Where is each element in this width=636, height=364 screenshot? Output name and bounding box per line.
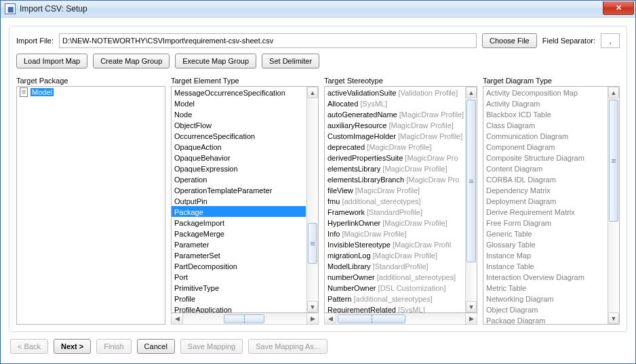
list-item[interactable]: Dependency Matrix [483,184,607,195]
list-item[interactable]: Operation [172,174,306,184]
scroll-down-icon[interactable]: ▼ [307,301,318,312]
list-item[interactable]: Metric Table [483,282,607,293]
save-mapping-button: Save Mapping [180,339,243,354]
horizontal-scrollbar[interactable]: ◀ ▶ [171,313,319,325]
list-item[interactable]: Parameter [172,239,306,249]
list-item[interactable]: Profile [172,293,306,304]
list-item[interactable]: CustomImageHolder [MagicDraw Profile] [325,130,464,141]
list-item[interactable]: HyperlinkOwner [MagicDraw Profile] [325,217,464,228]
list-item[interactable]: OpaqueExpression [172,163,306,174]
list-item[interactable]: OperationTemplateParameter [172,184,306,195]
cancel-button[interactable]: Cancel [137,339,175,354]
list-item[interactable]: ProfileApplication [172,304,306,312]
list-item[interactable]: Allocated [SysML] [325,98,464,108]
scroll-thumb[interactable] [224,315,264,323]
create-map-group-button[interactable]: Create Map Group [93,54,170,68]
import-file-input[interactable] [59,33,477,48]
list-item[interactable]: Instance Table [483,260,607,271]
list-item[interactable]: Info [MagicDraw Profile] [325,228,464,239]
target-element-type-list[interactable]: MessageOccurrenceSpecificationModelNodeO… [171,86,319,313]
list-item[interactable]: numberOwner [additional_stereotypes] [325,271,464,282]
list-item[interactable]: Pattern [additional_stereotypes] [325,293,464,304]
list-item[interactable]: Object Diagram [483,304,607,315]
vertical-scrollbar[interactable]: ▲ ▼ [306,87,318,312]
list-item[interactable]: Deployment Diagram [483,195,607,206]
list-item[interactable]: autoGeneratedName [MagicDraw Profile] [325,108,464,119]
list-item[interactable]: NumberOwner [DSL Customization] [325,282,464,293]
list-item[interactable]: Port [172,271,306,282]
list-item[interactable]: Communication Diagram [483,130,607,141]
choose-file-button[interactable]: Choose File [482,33,537,48]
list-item[interactable]: PackageMerge [172,228,306,239]
list-item[interactable]: PackageImport [172,217,306,228]
scroll-up-icon[interactable]: ▲ [466,87,477,98]
list-item[interactable]: ModelLibrary [StandardProfile] [325,260,464,271]
horizontal-scrollbar[interactable]: ◀ ▶ [324,313,477,325]
list-item[interactable]: fmu [additional_stereotypes] [325,195,464,206]
scroll-right-icon[interactable]: ▶ [465,314,477,324]
list-item[interactable]: Activity Decomposition Map [483,87,607,98]
list-item[interactable]: Framework [StandardProfile] [325,206,464,217]
list-item[interactable]: MessageOccurrenceSpecification [172,87,306,98]
scroll-up-icon[interactable]: ▲ [608,87,619,98]
list-item[interactable]: Generic Table [483,228,607,239]
list-item[interactable]: Free Form Diagram [483,217,607,228]
list-item[interactable]: elementsLibrary [MagicDraw Profile] [325,163,464,174]
scroll-left-icon[interactable]: ◀ [325,314,336,324]
list-item[interactable]: OpaqueAction [172,141,306,152]
target-package-tree[interactable]: Model [16,86,165,325]
scroll-down-icon[interactable]: ▼ [608,312,619,324]
list-item[interactable]: elementsLibraryBranch [MagicDraw Pro [325,174,464,184]
list-item[interactable]: PrimitiveType [172,282,306,293]
list-item[interactable]: Component Diagram [483,141,607,152]
list-item[interactable]: InvisibleStereotype [MagicDraw Profil [325,239,464,249]
list-item[interactable]: fileView [MagicDraw Profile] [325,184,464,195]
scroll-down-icon[interactable]: ▼ [466,301,477,312]
load-import-map-button[interactable]: Load Import Map [16,54,87,68]
list-item[interactable]: OutputPin [172,195,306,206]
target-diagram-type-list[interactable]: Activity Decomposition MapActivity Diagr… [483,86,620,325]
set-delimiter-button[interactable]: Set Delimiter [262,54,319,68]
list-item[interactable]: Interaction Overview Diagram [483,271,607,282]
list-item[interactable]: Blackbox ICD Table [483,108,607,119]
list-item[interactable]: Content Diagram [483,163,607,174]
list-item[interactable]: PartDecomposition [172,260,306,271]
list-item[interactable]: OccurrenceSpecification [172,130,306,141]
list-item[interactable]: Networking Diagram [483,293,607,304]
scroll-thumb[interactable] [466,100,476,262]
scroll-thumb[interactable] [308,223,317,264]
list-item[interactable]: Glossary Table [483,239,607,249]
list-item[interactable]: CORBA IDL Diagram [483,174,607,184]
field-separator-input[interactable] [601,33,620,48]
execute-map-group-button[interactable]: Execute Map Group [175,54,256,68]
list-item[interactable]: auxiliaryResource [MagicDraw Profile] [325,119,464,130]
list-item[interactable]: ObjectFlow [172,119,306,130]
list-item[interactable]: Activity Diagram [483,98,607,108]
close-button[interactable]: ✕ [603,1,634,15]
list-item[interactable]: Derive Requirement Matrix [483,206,607,217]
list-item[interactable]: RequirementRelated [SysML] [325,304,464,312]
next-button[interactable]: Next > [54,339,91,354]
scroll-thumb[interactable] [338,315,405,323]
vertical-scrollbar[interactable]: ▲ ▼ [608,87,619,324]
list-item[interactable]: deprecated [MagicDraw Profile] [325,141,464,152]
scroll-right-icon[interactable]: ▶ [306,314,318,324]
list-item[interactable]: Package [172,206,306,217]
list-item[interactable]: Composite Structure Diagram [483,152,607,163]
scroll-up-icon[interactable]: ▲ [307,87,318,98]
list-item[interactable]: Package Diagram [483,315,607,324]
vertical-scrollbar[interactable]: ▲ ▼ [465,87,477,312]
list-item[interactable]: migrationLog [MagicDraw Profile] [325,249,464,260]
list-item[interactable]: ParameterSet [172,249,306,260]
tree-item[interactable]: Model [17,87,153,98]
list-item[interactable]: activeValidationSuite [Validation Profil… [325,87,464,98]
list-item[interactable]: Node [172,108,306,119]
list-item[interactable]: OpaqueBehavior [172,152,306,163]
target-stereotype-list[interactable]: activeValidationSuite [Validation Profil… [324,86,477,313]
list-item[interactable]: derivedPropertiesSuite [MagicDraw Pro [325,152,464,163]
list-item[interactable]: Model [172,98,306,108]
list-item[interactable]: Instance Map [483,249,607,260]
scroll-thumb[interactable] [609,100,618,222]
list-item[interactable]: Class Diagram [483,119,607,130]
scroll-left-icon[interactable]: ◀ [172,314,183,324]
